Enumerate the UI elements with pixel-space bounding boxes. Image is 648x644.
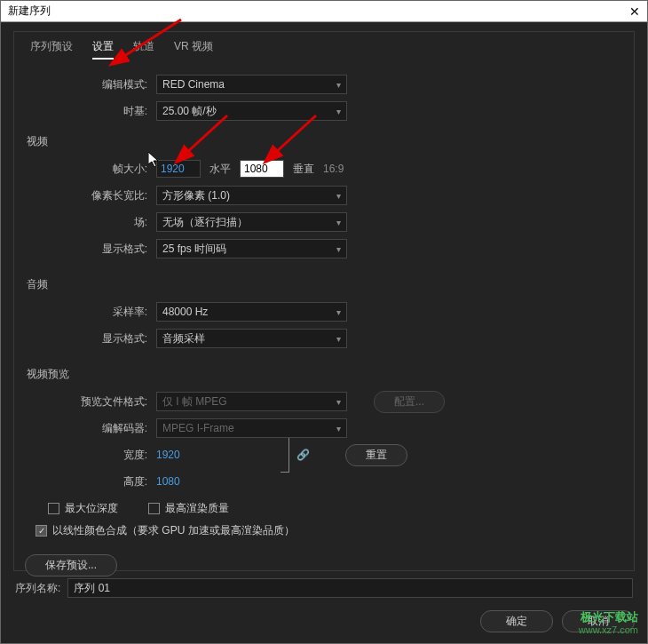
timebase-label: 时基: <box>23 104 156 119</box>
fields-value: 无场（逐行扫描） <box>162 215 248 230</box>
edit-mode-label: 编辑模式: <box>23 77 156 92</box>
preview-height-label: 高度: <box>23 474 156 489</box>
link-bracket-icon <box>281 437 289 473</box>
close-icon[interactable]: ✕ <box>629 4 640 19</box>
codec-value: MPEG I-Frame <box>162 422 234 434</box>
save-preset-button[interactable]: 保存预设... <box>25 554 117 576</box>
dialog-content: 序列预设 设置 轨道 VR 视频 编辑模式: RED Cinema ▾ 时基: … <box>1 22 647 643</box>
linear-composite-label: 以线性颜色合成（要求 GPU 加速或最高渲染品质） <box>52 523 295 538</box>
timebase-select[interactable]: 25.00 帧/秒 ▾ <box>156 101 347 121</box>
checkbox-icon <box>48 503 59 514</box>
max-render-quality-label: 最高渲染质量 <box>165 501 229 516</box>
checkbox-icon <box>148 503 160 514</box>
horizontal-label: 水平 <box>209 162 231 177</box>
sample-rate-select[interactable]: 48000 Hz ▾ <box>156 302 347 322</box>
aspect-ratio: 16:9 <box>323 163 344 175</box>
timebase-value: 25.00 帧/秒 <box>162 104 217 119</box>
audio-section-title: 音频 <box>27 277 625 292</box>
link-icon[interactable]: 🔗 <box>296 449 310 461</box>
audio-display-format-label: 显示格式: <box>23 331 156 346</box>
watermark-line2: www.xz7.com <box>579 624 638 636</box>
frame-width-input[interactable]: 1920 <box>156 160 201 178</box>
checkbox-icon: ✓ <box>36 525 47 537</box>
fields-select[interactable]: 无场（逐行扫描） ▾ <box>156 212 347 232</box>
preview-section-title: 视频预览 <box>27 367 625 382</box>
audio-display-format-select[interactable]: 音频采样 ▾ <box>156 329 347 348</box>
edit-mode-value: RED Cinema <box>162 78 225 91</box>
tab-settings[interactable]: 设置 <box>92 39 114 60</box>
chevron-down-icon: ▾ <box>336 424 341 433</box>
sequence-name-label: 序列名称: <box>15 581 67 596</box>
video-display-format-label: 显示格式: <box>23 242 156 257</box>
chevron-down-icon: ▾ <box>336 334 341 344</box>
reset-button[interactable]: 重置 <box>345 444 407 466</box>
watermark-line1: 极光下载站 <box>579 610 638 624</box>
edit-mode-select[interactable]: RED Cinema ▾ <box>156 75 347 94</box>
video-section-title: 视频 <box>27 134 625 149</box>
frame-height-value: 1080 <box>244 163 268 175</box>
chevron-down-icon: ▾ <box>336 191 341 201</box>
audio-display-format-value: 音频采样 <box>162 331 205 346</box>
watermark: 极光下载站 www.xz7.com <box>579 610 638 636</box>
max-bit-depth-checkbox[interactable]: 最大位深度 <box>48 501 118 516</box>
preview-file-format-value: 仅 I 帧 MPEG <box>162 394 227 409</box>
pixel-aspect-select[interactable]: 方形像素 (1.0) ▾ <box>156 186 347 205</box>
frame-height-input[interactable]: 1080 <box>240 160 284 178</box>
tab-tracks[interactable]: 轨道 <box>133 39 154 60</box>
sequence-name-value: 序列 01 <box>74 581 110 596</box>
preview-file-format-label: 预览文件格式: <box>23 394 156 409</box>
ok-button[interactable]: 确定 <box>480 610 553 632</box>
preview-height-value[interactable]: 1080 <box>156 475 180 488</box>
new-sequence-dialog: 新建序列 ✕ 序列预设 设置 轨道 VR 视频 编辑模式: RED Cinema… <box>0 0 648 644</box>
fields-label: 场: <box>23 215 156 230</box>
preview-file-format-select: 仅 I 帧 MPEG ▾ <box>156 392 347 411</box>
chevron-down-icon: ▾ <box>336 307 341 317</box>
pixel-aspect-value: 方形像素 (1.0) <box>162 188 230 203</box>
sample-rate-label: 采样率: <box>23 305 156 320</box>
preview-width-label: 宽度: <box>23 448 156 463</box>
codec-select: MPEG I-Frame ▾ <box>156 418 347 438</box>
sequence-name-input[interactable]: 序列 01 <box>67 578 633 598</box>
chevron-down-icon: ▾ <box>336 397 341 407</box>
frame-size-label: 帧大小: <box>23 162 156 177</box>
video-display-format-select[interactable]: 25 fps 时间码 ▾ <box>156 239 347 258</box>
chevron-down-icon: ▾ <box>336 244 341 254</box>
configure-button: 配置... <box>374 391 445 413</box>
max-render-quality-checkbox[interactable]: 最高渲染质量 <box>148 501 229 516</box>
max-bit-depth-label: 最大位深度 <box>65 501 118 516</box>
codec-label: 编解码器: <box>23 421 156 436</box>
preview-width-value[interactable]: 1920 <box>156 449 201 461</box>
window-title: 新建序列 <box>8 4 51 19</box>
sample-rate-value: 48000 Hz <box>162 306 208 318</box>
chevron-down-icon: ▾ <box>336 107 341 116</box>
tab-bar: 序列预设 设置 轨道 VR 视频 <box>23 39 625 60</box>
chevron-down-icon: ▾ <box>336 80 341 90</box>
tab-preset[interactable]: 序列预设 <box>30 39 73 60</box>
pixel-aspect-label: 像素长宽比: <box>23 188 156 203</box>
chevron-down-icon: ▾ <box>336 218 341 227</box>
linear-composite-checkbox[interactable]: ✓ 以线性颜色合成（要求 GPU 加速或最高渲染品质） <box>36 523 625 538</box>
tab-vr[interactable]: VR 视频 <box>174 39 213 60</box>
frame-width-value: 1920 <box>161 163 185 175</box>
vertical-label: 垂直 <box>293 162 314 177</box>
video-display-format-value: 25 fps 时间码 <box>162 242 226 257</box>
titlebar: 新建序列 ✕ <box>1 1 647 22</box>
